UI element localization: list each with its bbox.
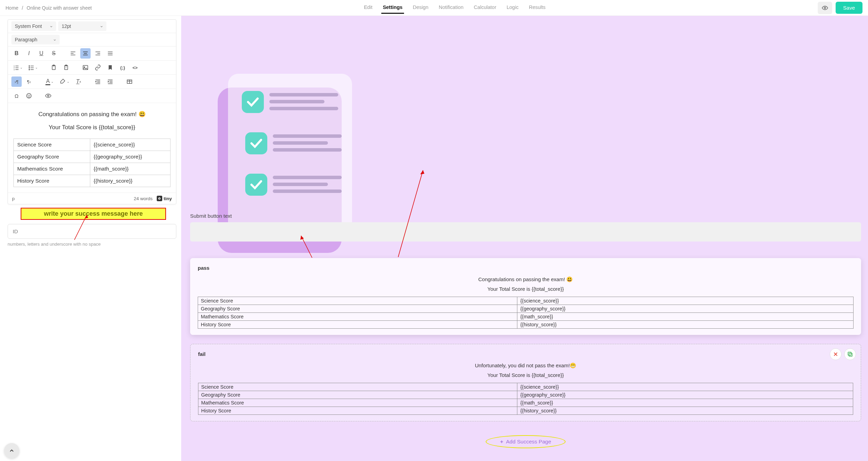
align-right-button[interactable] [93,48,103,59]
insert-variable-button[interactable]: {;} [117,62,128,73]
outdent-button[interactable] [93,76,103,87]
fail-total: Your Total Score is {{total_score}} [198,372,853,378]
table-row: Mathematics Score{{math_score}} [14,163,170,175]
pass-total: Your Total Score is {{total_score}} [198,286,854,292]
tab-settings[interactable]: Settings [381,2,404,14]
highlight-button[interactable]: ⌄ [58,76,71,87]
emoji-button[interactable] [24,91,34,101]
bold-button[interactable]: B [11,48,22,59]
smile-icon [26,93,32,99]
toolbar-preview-button[interactable] [43,91,53,101]
svg-point-31 [84,66,85,67]
align-justify-button[interactable] [105,48,115,59]
outdent-icon [95,79,101,85]
align-center-button[interactable] [80,48,91,59]
indent-button[interactable] [105,76,115,87]
tab-calculator[interactable]: Calculator [472,2,497,14]
tab-results[interactable]: Results [527,2,547,14]
insert-link-button[interactable] [93,62,103,73]
svg-text:T: T [65,67,67,69]
editor-path[interactable]: p [12,196,15,201]
cell-label: Mathematics Score [198,313,517,321]
svg-rect-49 [228,74,352,232]
italic-button[interactable]: I [24,48,34,59]
svg-point-0 [824,7,826,9]
duplicate-page-button[interactable] [844,348,856,360]
svg-marker-67 [420,170,424,174]
breadcrumb: Home / Online Quiz with answer sheet [6,5,92,11]
breadcrumb-home[interactable]: Home [6,5,18,11]
paste-text-button[interactable]: T [61,62,71,73]
editor-content[interactable]: Congratulations on passing the exam! 😃 Y… [8,103,176,193]
table-row: History Score{{history_score}} [14,175,170,187]
scroll-up-button[interactable] [4,443,19,458]
cell-label: Science Score [198,383,517,391]
strikethrough-button[interactable]: S [49,48,59,59]
tab-logic[interactable]: Logic [505,2,520,14]
tab-notification[interactable]: Notification [437,2,465,14]
cell-label: History Score [198,407,517,415]
rtl-button[interactable]: ¶‹ [24,76,34,87]
ltr-button[interactable]: ›¶ [11,76,22,87]
id-input[interactable] [8,224,176,239]
cell-label: Geography Score [198,391,517,399]
cell-value: {{science_score}} [517,383,853,391]
text-color-button[interactable]: A⌄ [43,76,56,87]
cell-label: History Score [14,175,90,187]
block-format-select[interactable]: Paragraph [11,35,60,44]
clipboard-text-icon: T [63,64,69,71]
tiny-branding[interactable]: ✿tiny [157,196,172,201]
cell-value: {{history_score}} [517,321,854,329]
tab-design[interactable]: Design [412,2,430,14]
bookmark-button[interactable] [105,62,115,73]
special-char-button[interactable]: Ω [11,91,22,101]
table-icon [126,79,133,85]
save-button[interactable]: Save [836,2,862,14]
numbered-list-button[interactable]: 123⌄ [11,62,24,73]
eye-icon [45,93,51,99]
table-row: Geography Score{{geography_score}} [198,391,853,399]
svg-point-45 [30,95,30,95]
paste-button[interactable] [49,62,59,73]
rich-text-editor: System Font 12pt Paragraph B I U S [8,19,176,204]
svg-point-19 [29,65,30,66]
svg-rect-54 [245,132,267,154]
bullet-list-button[interactable]: ⌄ [27,62,40,73]
align-left-button[interactable] [68,48,78,59]
svg-point-43 [27,93,31,98]
breadcrumb-sep: / [22,5,23,11]
cell-label: Science Score [14,139,90,151]
svg-rect-59 [273,176,342,179]
right-preview-panel: Submit button text pass Congratulations … [181,16,868,461]
indent-icon [107,79,113,85]
link-icon [95,64,101,71]
source-code-button[interactable]: <> [130,62,140,73]
list-ul-icon [28,64,34,71]
success-page-pass[interactable]: pass Congratulations on passing the exam… [190,258,861,335]
underline-button[interactable]: U [36,48,46,59]
pass-message: Congratulations on passing the exam! 😃 [198,276,854,283]
breadcrumb-title[interactable]: Online Quiz with answer sheet [27,5,92,11]
svg-rect-64 [849,353,852,356]
fail-message: Unfortunately, you did not pass the exam… [198,362,853,369]
delete-page-button[interactable] [830,348,841,360]
insert-image-button[interactable] [80,62,91,73]
fail-score-table: Science Score{{science_score}} Geography… [198,383,853,415]
table-row: Mathematics Score{{math_score}} [198,399,853,407]
font-size-select[interactable]: 12pt [58,21,106,31]
clear-format-button[interactable]: Tx [73,76,84,87]
font-family-select[interactable]: System Font [11,21,56,31]
add-success-page-button[interactable]: +Add Success Page [190,430,861,450]
eye-icon [822,5,828,11]
cell-value: {{geography_score}} [90,151,170,163]
id-hint: numbers, letters and underscore with no … [8,242,176,247]
preview-button[interactable] [818,2,832,14]
svg-rect-61 [273,189,342,193]
word-count: 24 words [134,196,153,201]
tab-edit[interactable]: Edit [362,2,374,14]
insert-table-button[interactable] [124,76,135,87]
success-page-fail[interactable]: fail Unfortunately, you did not pass the… [190,344,861,421]
table-row: History Score{{history_score}} [198,321,854,329]
submit-button-text-input[interactable] [190,222,861,242]
svg-rect-55 [273,134,342,138]
